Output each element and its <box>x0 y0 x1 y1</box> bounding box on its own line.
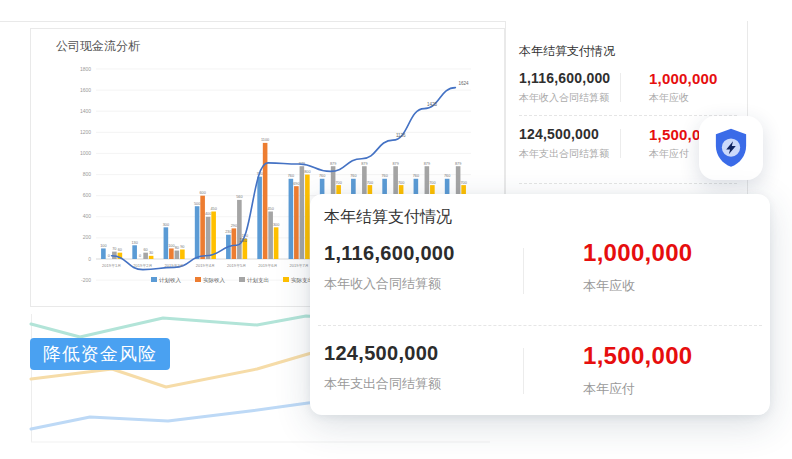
svg-text:400: 400 <box>83 213 92 219</box>
svg-text:1200: 1200 <box>80 129 91 135</box>
shield-badge[interactable] <box>699 116 763 180</box>
svg-text:60: 60 <box>144 248 148 252</box>
svg-text:2019年6月: 2019年6月 <box>258 263 277 268</box>
dashed-divider <box>519 115 737 116</box>
svg-text:100: 100 <box>168 244 174 248</box>
svg-text:760: 760 <box>444 174 450 178</box>
panel-title: 本年结算支付情况 <box>506 43 747 60</box>
svg-text:879: 879 <box>361 162 367 166</box>
svg-text:800: 800 <box>304 170 310 174</box>
svg-text:200: 200 <box>83 234 92 240</box>
svg-text:700: 700 <box>335 181 341 185</box>
svg-text:690: 690 <box>293 182 299 186</box>
svg-text:1000: 1000 <box>80 150 91 156</box>
svg-text:1600: 1600 <box>80 87 91 93</box>
svg-text:700: 700 <box>460 181 466 185</box>
panel-value: 124,500,000 <box>519 126 620 143</box>
svg-text:879: 879 <box>424 162 430 166</box>
overlay-value: 124,500,000 <box>324 342 523 365</box>
svg-text:560: 560 <box>236 195 242 199</box>
svg-text:100: 100 <box>100 244 106 248</box>
svg-text:90: 90 <box>180 245 184 249</box>
svg-text:计划收入: 计划收入 <box>159 277 182 283</box>
panel-row: 1,116,600,000 本年收入合同结算额 1,000,000 本年应收 <box>506 70 747 105</box>
svg-text:300: 300 <box>273 223 279 227</box>
shield-lightning-icon <box>709 126 753 170</box>
svg-text:2019年1月: 2019年1月 <box>102 263 121 268</box>
svg-text:1425: 1425 <box>427 102 438 107</box>
svg-text:130: 130 <box>131 241 137 245</box>
svg-text:0: 0 <box>88 256 91 262</box>
svg-text:130: 130 <box>240 238 248 243</box>
svg-text:450: 450 <box>267 207 273 211</box>
svg-text:计划支出: 计划支出 <box>247 277 269 284</box>
svg-text:400: 400 <box>205 212 211 216</box>
svg-text:300: 300 <box>163 223 169 227</box>
svg-text:879: 879 <box>392 162 398 166</box>
svg-text:760: 760 <box>413 174 419 178</box>
svg-text:600: 600 <box>83 192 92 198</box>
svg-text:-200: -200 <box>81 277 91 283</box>
svg-text:700: 700 <box>398 181 404 185</box>
svg-text:500: 500 <box>194 202 200 206</box>
svg-text:1800: 1800 <box>80 66 91 72</box>
overlay-row: 124,500,000 本年支出合同结算额 1,500,000 本年应付 <box>324 342 756 398</box>
svg-text:80: 80 <box>175 246 179 250</box>
svg-text:2019年5月: 2019年5月 <box>227 263 246 268</box>
svg-text:290: 290 <box>231 224 237 228</box>
svg-text:1126: 1126 <box>396 133 406 138</box>
svg-text:760: 760 <box>381 174 387 178</box>
chart-title: 公司现金流分析 <box>56 38 140 55</box>
overlay-label: 本年支出合同结算额 <box>324 375 523 393</box>
svg-text:1624: 1624 <box>458 81 469 86</box>
panel-label: 本年应收 <box>649 91 747 105</box>
svg-text:2019年7月: 2019年7月 <box>290 263 309 268</box>
svg-text:879: 879 <box>330 162 336 166</box>
svg-text:879: 879 <box>455 162 461 166</box>
panel-label: 本年支出合同结算额 <box>519 147 620 161</box>
svg-text:实际收入: 实际收入 <box>203 277 226 284</box>
overlay-value: 1,116,600,000 <box>324 242 523 265</box>
svg-text:760: 760 <box>350 174 356 178</box>
overlay-label: 本年应付 <box>583 380 756 398</box>
overlay-label: 本年应收 <box>583 277 756 295</box>
svg-text:2019年4月: 2019年4月 <box>196 263 215 268</box>
svg-text:760: 760 <box>288 174 294 178</box>
svg-text:700: 700 <box>429 181 435 185</box>
svg-text:0: 0 <box>108 254 110 258</box>
svg-text:2019年2月: 2019年2月 <box>133 263 152 268</box>
svg-text:760: 760 <box>319 174 325 178</box>
svg-text:230: 230 <box>225 230 231 234</box>
panel-label: 本年收入合同结算额 <box>519 91 620 105</box>
svg-text:1100: 1100 <box>261 138 269 142</box>
dashed-divider <box>318 325 762 326</box>
overlay-title: 本年结算支付情况 <box>324 207 756 228</box>
svg-text:600: 600 <box>199 191 205 195</box>
overlay-row: 1,116,600,000 本年收入合同结算额 1,000,000 本年应收 <box>324 242 756 295</box>
panel-value-red: 1,000,000 <box>649 70 747 87</box>
panel-value: 1,116,600,000 <box>519 70 620 87</box>
overlay-label: 本年收入合同结算额 <box>324 275 523 293</box>
svg-text:1400: 1400 <box>80 108 91 114</box>
svg-text:0: 0 <box>139 254 141 258</box>
overlay-value-red: 1,000,000 <box>583 239 756 267</box>
svg-text:2019年3月: 2019年3月 <box>165 263 184 268</box>
svg-text:70: 70 <box>112 247 116 251</box>
svg-text:700: 700 <box>367 181 373 185</box>
risk-reduction-tag[interactable]: 降低资金风险 <box>30 338 170 370</box>
settlement-overlay-card: 本年结算支付情况 1,116,600,000 本年收入合同结算额 1,000,0… <box>310 194 770 415</box>
dashed-divider <box>519 183 737 184</box>
overlay-value-red: 1,500,000 <box>583 342 756 370</box>
svg-text:60: 60 <box>118 248 122 252</box>
svg-text:30: 30 <box>149 251 153 255</box>
svg-text:450: 450 <box>210 207 216 211</box>
svg-text:800: 800 <box>83 171 92 177</box>
